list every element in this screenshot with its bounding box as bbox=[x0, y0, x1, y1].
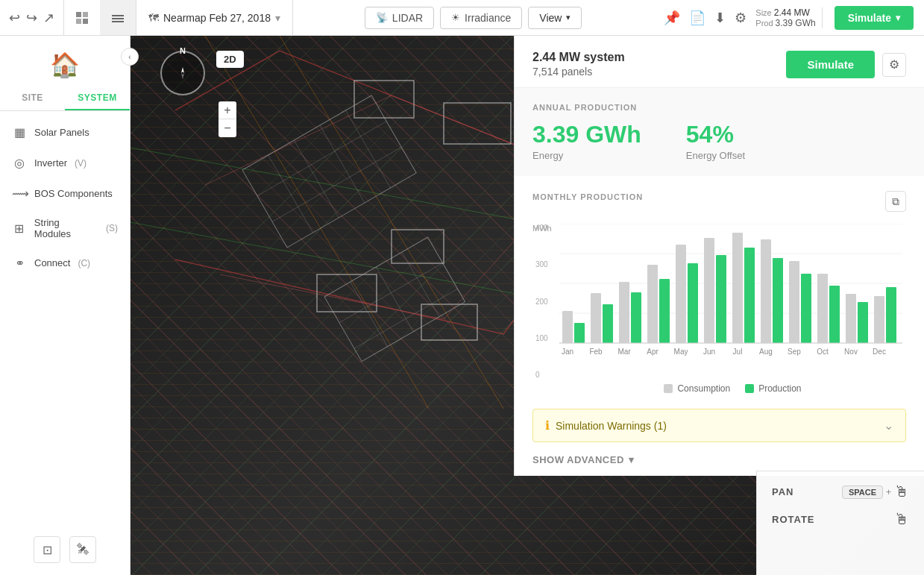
svg-rect-47 bbox=[716, 255, 726, 343]
logo-icon: 🏠 bbox=[50, 51, 80, 79]
solar-panels-label: Solar Panels bbox=[34, 127, 89, 138]
sidebar-item-solar-panels[interactable]: ▦ Solar Panels bbox=[0, 117, 130, 148]
svg-line-22 bbox=[272, 147, 401, 221]
tab-system[interactable]: SYSTEM bbox=[65, 87, 130, 110]
sidebar-item-bos[interactable]: ⟿ BOS Components bbox=[0, 178, 130, 209]
rotate-keys: 🖱 bbox=[894, 511, 909, 528]
bottom-btn-map[interactable]: 🛰 bbox=[69, 536, 96, 563]
y-tick-300: 300 bbox=[535, 260, 548, 268]
pin-icon[interactable]: 📌 bbox=[664, 10, 680, 26]
svg-text:Jul: Jul bbox=[733, 348, 743, 356]
simulate-button-top[interactable]: Simulate ▾ bbox=[835, 6, 914, 30]
rotate-hint-row: ROTATE 🖱 bbox=[772, 511, 909, 528]
svg-rect-0 bbox=[76, 12, 81, 17]
energy-value: 3.39 GWh bbox=[532, 121, 641, 148]
copy-chart-button[interactable]: ⧉ bbox=[885, 191, 906, 212]
mouse-left-icon: 🖱 bbox=[894, 483, 909, 500]
show-advanced-label: SHOW ADVANCED bbox=[532, 454, 624, 465]
sidebar-item-connect[interactable]: ⚭ Connect (C) bbox=[0, 248, 130, 278]
bottom-btn-layers[interactable]: ⊡ bbox=[34, 536, 60, 563]
lidar-button[interactable]: 📡 LIDAR bbox=[365, 7, 434, 29]
warnings-left: ℹ Simulation Warnings (1) bbox=[545, 418, 667, 433]
toolbar-center: 📡 LIDAR ☀ Irradiance View ▾ bbox=[293, 7, 653, 29]
irradiance-label: Irradiance bbox=[465, 12, 511, 24]
svg-text:Dec: Dec bbox=[873, 348, 886, 356]
svg-rect-36 bbox=[562, 311, 573, 343]
warnings-section[interactable]: ℹ Simulation Warnings (1) ⌄ bbox=[532, 409, 906, 442]
connect-shortcut: (C) bbox=[78, 258, 90, 268]
svg-rect-52 bbox=[789, 261, 799, 343]
svg-line-25 bbox=[376, 267, 413, 332]
svg-rect-8 bbox=[444, 103, 511, 144]
map-date-label: Nearmap Feb 27, 2018 bbox=[163, 12, 271, 24]
settings-icon[interactable]: ⚙ bbox=[735, 10, 747, 26]
simulate-button[interactable]: Simulate bbox=[786, 51, 875, 78]
system-panels: 7,514 panels bbox=[532, 66, 625, 78]
zoom-in-button[interactable]: + bbox=[219, 101, 236, 119]
svg-rect-4 bbox=[112, 15, 124, 16]
svg-marker-30 bbox=[181, 73, 184, 79]
map-zoom-controls: + − bbox=[219, 101, 236, 137]
sidebar-item-string-modules[interactable]: ⊞ String Modules (S) bbox=[0, 209, 130, 248]
svg-rect-59 bbox=[886, 287, 896, 343]
mouse-right-icon: 🖱 bbox=[894, 511, 909, 528]
view-chevron: ▾ bbox=[566, 13, 571, 22]
panel-settings-button[interactable]: ⚙ bbox=[882, 53, 906, 77]
svg-rect-3 bbox=[83, 19, 88, 24]
svg-line-15 bbox=[280, 36, 503, 409]
production-legend-label: Production bbox=[758, 383, 801, 394]
y-tick-400: 400 bbox=[535, 224, 548, 232]
svg-text:Nov: Nov bbox=[844, 348, 858, 356]
sidebar-collapse-button[interactable]: ‹ bbox=[121, 48, 139, 66]
undo-icon[interactable]: ↩ bbox=[9, 10, 20, 26]
zoom-out-button[interactable]: − bbox=[219, 119, 236, 137]
svg-rect-41 bbox=[631, 292, 641, 343]
download-icon[interactable]: ⬇ bbox=[714, 10, 726, 26]
svg-line-19 bbox=[320, 125, 365, 203]
system-size: 2.44 MW system bbox=[532, 51, 625, 64]
map-type-layer[interactable] bbox=[100, 0, 136, 35]
svg-line-24 bbox=[351, 282, 388, 347]
svg-line-21 bbox=[257, 122, 386, 196]
size-prod-info: Size 2.44 MW Prod 3.39 GWh bbox=[755, 7, 822, 28]
svg-text:Jan: Jan bbox=[562, 348, 573, 356]
redo-icon[interactable]: ↪ bbox=[26, 10, 37, 26]
pan-hint-row: PAN SPACE + 🖱 bbox=[772, 483, 909, 500]
svg-text:Oct: Oct bbox=[817, 348, 829, 356]
map-compass[interactable]: N bbox=[160, 51, 205, 95]
system-info: 2.44 MW system 7,514 panels bbox=[532, 51, 625, 78]
svg-rect-55 bbox=[829, 286, 840, 343]
right-panel: 2.44 MW system 7,514 panels Simulate ⚙ A… bbox=[514, 36, 924, 476]
map-date-selector[interactable]: 🗺 Nearmap Feb 27, 2018 ▾ bbox=[136, 0, 293, 35]
svg-rect-43 bbox=[659, 279, 670, 343]
irradiance-button[interactable]: ☀ Irradiance bbox=[440, 7, 522, 29]
svg-text:Apr: Apr bbox=[647, 348, 659, 356]
map-date-chevron: ▾ bbox=[275, 12, 280, 24]
view-2d-button[interactable]: 2D bbox=[216, 51, 244, 68]
y-tick-0: 0 bbox=[535, 371, 548, 379]
sidebar-item-inverter[interactable]: ◎ Inverter (V) bbox=[0, 148, 130, 178]
annual-section-label: ANNUAL PRODUCTION bbox=[532, 103, 906, 112]
svg-rect-45 bbox=[688, 263, 698, 343]
size-row: Size 2.44 MW bbox=[755, 7, 815, 18]
show-advanced-arrow: ▾ bbox=[629, 454, 635, 465]
share-icon[interactable]: ↗ bbox=[43, 10, 54, 26]
svg-rect-57 bbox=[858, 302, 868, 343]
string-modules-icon: ⊞ bbox=[12, 221, 27, 236]
document-icon[interactable]: 📄 bbox=[689, 10, 705, 26]
view-button[interactable]: View ▾ bbox=[528, 7, 582, 29]
sidebar-bottom: ⊡ 🛰 bbox=[0, 536, 130, 563]
svg-line-27 bbox=[339, 263, 443, 323]
compass-ring: N bbox=[160, 51, 205, 95]
irradiance-icon: ☀ bbox=[451, 12, 460, 23]
sidebar-menu: ▦ Solar Panels ◎ Inverter (V) ⟿ BOS Comp… bbox=[0, 111, 130, 284]
toolbar-right: 📌 📄 ⬇ ⚙ Size 2.44 MW Prod 3.39 GWh Simul… bbox=[653, 6, 924, 30]
svg-rect-37 bbox=[574, 323, 585, 343]
svg-text:Mar: Mar bbox=[617, 348, 631, 356]
map-type-satellite[interactable] bbox=[64, 0, 100, 35]
plus-sign: + bbox=[886, 487, 891, 497]
tab-site[interactable]: SITE bbox=[0, 87, 65, 110]
annual-production-section: ANNUAL PRODUCTION 3.39 GWh Energy 54% En… bbox=[515, 88, 924, 176]
inverter-label: Inverter bbox=[34, 157, 67, 169]
svg-line-14 bbox=[205, 36, 429, 409]
